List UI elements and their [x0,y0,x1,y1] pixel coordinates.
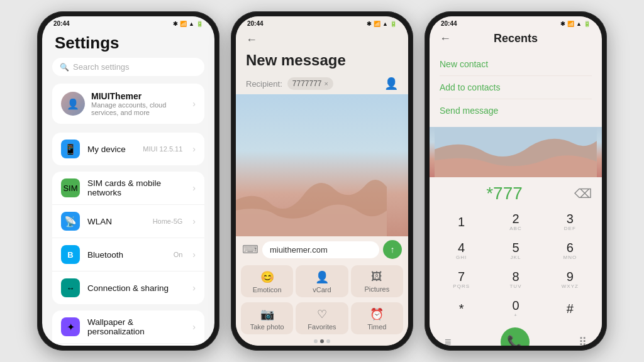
page-title: Settings [42,28,214,58]
settings-item-wlan[interactable]: 📡 WLAN Home-5G › [52,205,204,238]
timed-icon: ⏰ [370,307,384,321]
wallpaper-svg [236,158,387,236]
new-contact-label: New contact [440,59,488,69]
status-icons-2: ✱ 📶 ▲ 🔋 [367,21,397,27]
settings-item-wallpaper[interactable]: ✦ Wallpaper & personalization › [52,310,204,344]
recipient-label: Recipient: [246,79,282,89]
avatar: 👤 [61,92,85,116]
timed-button[interactable]: ⏰ Timed [351,302,403,334]
key-2-main: 2 [512,212,519,226]
settings-icon-bluetooth: B [61,245,80,264]
favorites-icon: ♡ [317,307,327,321]
dialer-wallpaper-svg [430,127,602,177]
phone-settings: 20:44 ✱ 📶 ▲ 🔋 Settings 🔍 Search settings… [37,11,219,351]
key-5-sub: JKL [511,255,521,260]
bt-icon-3: ✱ [560,21,565,27]
settings-label-wlan: WLAN [87,217,145,226]
keyboard-icon[interactable]: ⌨ [242,243,258,256]
status-time-2: 20:44 [247,20,264,27]
settings-item-connection[interactable]: ↔ Connection & sharing › [52,272,204,304]
key-3-sub: DEF [564,226,576,231]
recent-new-contact[interactable]: New contact [440,53,592,76]
call-button[interactable]: 📞 [501,327,530,346]
photo-button[interactable]: 📷 Take photo [241,302,293,334]
bt-icon-2: ✱ [367,21,372,27]
vcard-button[interactable]: 👤 vCard [296,265,348,297]
emoticon-icon: 😊 [260,270,274,284]
key-7-sub: PQRS [453,283,470,289]
settings-icon-connection: ↔ [61,278,80,297]
menu-icon[interactable]: ≡ [445,336,452,346]
chevron-bluetooth: › [192,250,196,260]
signal-icon: 📶 [180,21,187,27]
settings-item-aod[interactable]: 🔒 Always-on display & Lock screen › [52,344,204,346]
key-0[interactable]: 0 + [489,294,542,322]
send-button[interactable]: ↑ [383,240,402,259]
key-1[interactable]: 1 [435,207,488,236]
phone-dialer: 20:44 ✱ 📶 ▲ 🔋 ← Recents New contact Add … [425,11,607,351]
recipient-number: 7777777 [292,79,322,88]
key-5-main: 5 [512,241,519,255]
key-2[interactable]: 2 ABC [489,207,542,236]
settings-icon-wallpaper: ✦ [61,317,80,336]
key-3[interactable]: 3 DEF [543,207,597,236]
key-6-main: 6 [567,241,574,255]
back-button[interactable]: ← [246,33,257,47]
vcard-label: vCard [313,286,331,293]
recent-add-contact[interactable]: Add to contacts [440,76,592,99]
dot-3 [326,339,330,343]
profile-name: MIUIThemer [91,91,186,101]
dialer-display: *777 ⌫ [430,177,602,207]
recipient-chip[interactable]: 7777777 × [287,77,333,90]
photo-label: Take photo [250,323,284,331]
back-button-dialer[interactable]: ← [440,32,451,45]
key-star[interactable]: * [435,294,488,322]
settings-icon-wlan: 📡 [61,212,80,231]
key-8[interactable]: 8 TUV [489,265,542,293]
settings-item-my-device[interactable]: 📱 My device MIUI 12.5.11 › [52,133,204,165]
profile-card[interactable]: 👤 MIUIThemer Manage accounts, cloud serv… [52,84,204,124]
search-bar[interactable]: 🔍 Search settings [52,58,204,76]
key-7[interactable]: 7 PQRS [435,265,488,293]
key-hash-main: # [567,302,574,315]
status-bar-3: 20:44 ✱ 📶 ▲ 🔋 [430,16,602,28]
search-placeholder: Search settings [73,62,130,72]
settings-meta-bluetooth: On [174,251,183,258]
key-3-main: 3 [567,212,574,226]
settings-label-device: My device [87,145,135,154]
grid-icon[interactable]: ⠿ [579,335,587,346]
pictures-button[interactable]: 🖼 Pictures [351,265,403,297]
vcard-icon: 👤 [315,270,329,284]
settings-label-wallpaper: Wallpaper & personalization [87,317,185,336]
key-1-main: 1 [458,215,465,229]
key-0-sub: + [514,312,518,318]
settings-meta-device: MIUI 12.5.11 [143,145,182,153]
favorites-label: Favorites [308,323,336,331]
battery-icon-2: 🔋 [390,21,397,27]
add-recipient-icon[interactable]: 👤 [384,77,398,90]
settings-icon-device: 📱 [61,140,80,158]
settings-item-bluetooth[interactable]: B Bluetooth On › [52,238,204,272]
chip-remove[interactable]: × [325,80,328,87]
key-6[interactable]: 6 MNO [543,236,597,265]
signal-icon-3: 📶 [567,21,574,27]
status-time-3: 20:44 [441,20,457,27]
profile-info: MIUIThemer Manage accounts, cloud servic… [91,91,186,116]
status-time-1: 20:44 [53,20,70,27]
key-4[interactable]: 4 GHI [435,236,488,265]
settings-item-sim[interactable]: SIM SIM cards & mobile networks › [52,172,204,205]
favorites-button[interactable]: ♡ Favorites [296,302,348,334]
key-4-main: 4 [458,241,465,255]
key-hash[interactable]: # [543,294,597,322]
status-bar-1: 20:44 ✱ 📶 ▲ 🔋 [42,16,214,28]
emoticon-label: Emoticon [253,286,282,293]
message-input[interactable]: miuithemer.com [262,241,379,258]
key-9[interactable]: 9 WXYZ [543,265,597,293]
chevron-icon: › [192,99,196,109]
backspace-button[interactable]: ⌫ [574,186,592,201]
key-5[interactable]: 5 JKL [489,236,542,265]
wifi-icon-3: ▲ [576,21,582,27]
emoticon-button[interactable]: 😊 Emoticon [241,265,293,297]
recent-send-message[interactable]: Send message [440,99,592,122]
recipient-row: Recipient: 7777777 × 👤 [236,73,408,94]
